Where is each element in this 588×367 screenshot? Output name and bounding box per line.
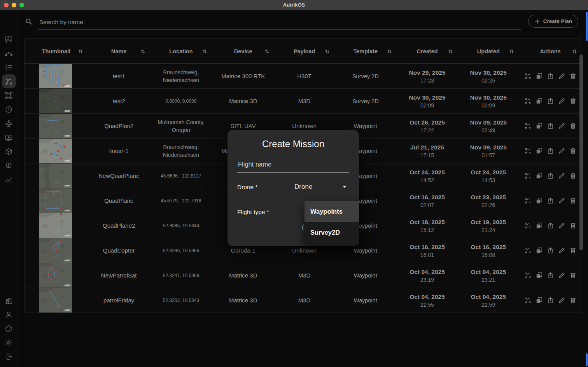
duplicate-icon[interactable]	[536, 122, 543, 130]
duplicate-icon[interactable]	[536, 172, 543, 179]
traffic-light-zoom[interactable]	[19, 3, 24, 7]
edit-icon[interactable]	[558, 172, 565, 179]
column-header-actions[interactable]: Actions	[519, 39, 582, 63]
edit-icon[interactable]	[558, 97, 565, 105]
window-scrollbar-top[interactable]	[586, 12, 588, 41]
sort-icon[interactable]	[448, 49, 453, 54]
flight-name-input[interactable]	[237, 160, 351, 169]
delete-icon[interactable]	[569, 297, 577, 304]
delete-icon[interactable]	[569, 72, 577, 80]
export-icon[interactable]	[547, 172, 554, 179]
sidebar-item[interactable]	[2, 158, 16, 172]
sidebar-item[interactable]	[2, 102, 16, 116]
sidebar-item[interactable]	[2, 116, 16, 130]
sidebar-item[interactable]	[2, 74, 16, 88]
sort-icon[interactable]	[325, 49, 330, 54]
column-header-created[interactable]: Created	[397, 39, 458, 63]
duplicate-icon[interactable]	[536, 247, 543, 254]
traffic-light-close[interactable]	[4, 3, 9, 7]
export-icon[interactable]	[547, 147, 554, 155]
create-plan-button[interactable]: Create Plan	[528, 15, 578, 28]
sort-icon[interactable]	[509, 49, 514, 54]
duplicate-icon[interactable]	[536, 72, 543, 80]
sidebar-item[interactable]	[2, 46, 16, 60]
sort-icon[interactable]	[78, 49, 83, 54]
delete-icon[interactable]	[569, 222, 577, 229]
edit-icon[interactable]	[558, 222, 565, 229]
strategy-icon[interactable]	[524, 197, 532, 204]
table-row[interactable]: test20.0000, 0.0000Matrice 3DM3DSurvey 2…	[24, 89, 582, 114]
edit-icon[interactable]	[558, 122, 565, 130]
export-icon[interactable]	[547, 72, 554, 80]
strategy-icon[interactable]	[524, 122, 532, 130]
export-icon[interactable]	[547, 197, 554, 204]
edit-icon[interactable]	[558, 72, 565, 80]
sidebar-item[interactable]	[2, 130, 16, 144]
sidebar-item[interactable]	[2, 293, 16, 307]
sidebar-item[interactable]	[2, 88, 16, 102]
sidebar-item[interactable]	[2, 144, 16, 158]
strategy-icon[interactable]	[524, 147, 532, 155]
sort-icon[interactable]	[140, 49, 145, 54]
window-scrollbar-bottom[interactable]	[586, 353, 588, 366]
export-icon[interactable]	[547, 97, 554, 105]
delete-icon[interactable]	[569, 197, 577, 204]
delete-icon[interactable]	[569, 97, 577, 105]
edit-icon[interactable]	[558, 147, 565, 155]
delete-icon[interactable]	[569, 172, 577, 179]
sort-icon[interactable]	[387, 49, 392, 54]
export-icon[interactable]	[547, 122, 554, 130]
duplicate-icon[interactable]	[536, 147, 543, 155]
column-header-device[interactable]: Device	[212, 39, 274, 63]
duplicate-icon[interactable]	[536, 222, 543, 229]
edit-icon[interactable]	[558, 297, 565, 304]
delete-icon[interactable]	[569, 247, 577, 254]
table-row[interactable]: test1Braunschweig, NiedersachsenMatrice …	[24, 64, 582, 89]
duplicate-icon[interactable]	[536, 272, 543, 279]
column-header-payload[interactable]: Payload	[274, 39, 334, 63]
sort-icon[interactable]	[572, 49, 577, 54]
strategy-icon[interactable]	[524, 297, 532, 304]
sidebar-item[interactable]	[2, 307, 16, 321]
delete-icon[interactable]	[569, 122, 577, 130]
table-row[interactable]: patrolFriday52.3252, 10.5343Matrice 3DM3…	[24, 288, 582, 313]
sidebar-item[interactable]	[2, 32, 16, 46]
sidebar-item[interactable]	[2, 172, 16, 186]
duplicate-icon[interactable]	[536, 297, 543, 304]
delete-icon[interactable]	[569, 147, 577, 155]
edit-icon[interactable]	[558, 197, 565, 204]
sidebar-item[interactable]	[2, 349, 16, 363]
table-row[interactable]: NewPatrolSat52.3247, 10.5369Matrice 3DM3…	[24, 263, 582, 288]
sidebar-item[interactable]	[2, 335, 16, 349]
strategy-icon[interactable]	[524, 222, 532, 229]
export-icon[interactable]	[547, 297, 554, 304]
column-header-thumbnail[interactable]: Thumbnail	[24, 39, 88, 63]
flight-type-option[interactable]: Waypoints	[304, 201, 359, 222]
search-input[interactable]	[38, 16, 518, 28]
export-icon[interactable]	[547, 247, 554, 254]
flight-type-option[interactable]: Survey2D	[304, 222, 359, 243]
drone-select[interactable]: Drone	[294, 181, 349, 193]
export-icon[interactable]	[547, 272, 554, 279]
sidebar-item[interactable]	[2, 60, 16, 74]
sort-icon[interactable]	[264, 49, 270, 54]
delete-icon[interactable]	[569, 272, 577, 279]
strategy-icon[interactable]	[524, 97, 532, 105]
column-header-updated[interactable]: Updated	[458, 39, 519, 63]
duplicate-icon[interactable]	[536, 97, 543, 105]
column-header-location[interactable]: Location	[150, 39, 212, 63]
traffic-light-minimize[interactable]	[12, 3, 16, 7]
export-icon[interactable]	[547, 222, 554, 229]
strategy-icon[interactable]	[524, 272, 532, 279]
edit-icon[interactable]	[558, 247, 565, 254]
sort-icon[interactable]	[202, 49, 207, 54]
strategy-icon[interactable]	[524, 72, 532, 80]
column-header-template[interactable]: Template	[334, 39, 397, 63]
column-header-name[interactable]: Name	[88, 39, 150, 63]
edit-icon[interactable]	[558, 272, 565, 279]
table-scrollbar[interactable]	[579, 54, 583, 250]
duplicate-icon[interactable]	[536, 197, 543, 204]
sidebar-item[interactable]	[2, 321, 16, 335]
strategy-icon[interactable]	[524, 172, 532, 179]
strategy-icon[interactable]	[524, 247, 532, 254]
